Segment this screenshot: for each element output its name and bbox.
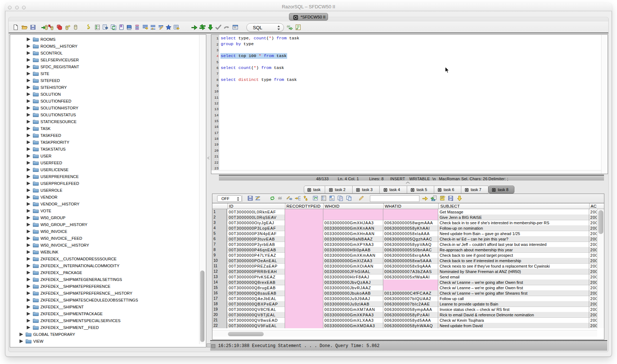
svg-text:66: 66 (287, 25, 290, 28)
svg-text:66: 66 (278, 196, 282, 200)
